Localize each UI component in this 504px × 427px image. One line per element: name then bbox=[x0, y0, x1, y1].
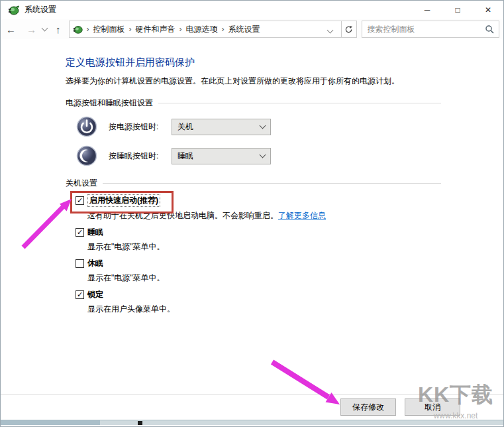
power-button-action-value: 关机 bbox=[177, 121, 193, 133]
sleep-button-action-value: 睡眠 bbox=[177, 151, 193, 162]
refresh-icon bbox=[344, 25, 353, 34]
combo-chevron-down-icon bbox=[260, 123, 266, 129]
breadcrumb-power-options[interactable]: 电源选项 bbox=[183, 21, 221, 38]
footer-divider bbox=[1, 394, 503, 395]
combo-chevron-down-icon bbox=[260, 152, 266, 158]
hibernate-option-description: 显示在"电源"菜单中。 bbox=[87, 273, 441, 284]
section-power-sleep-buttons: 电源按钮和睡眠按钮设置 bbox=[66, 97, 441, 109]
lock-option-label[interactable]: 锁定 bbox=[87, 289, 103, 300]
sleep-option-label[interactable]: 睡眠 bbox=[87, 227, 103, 238]
sleep-checkbox[interactable] bbox=[76, 228, 84, 237]
save-changes-button[interactable]: 保存修改 bbox=[340, 398, 396, 416]
fast-startup-description: 这有助于在关机之后更快地启动电脑。不会影响重启。了解更多信息 bbox=[87, 210, 441, 221]
breadcrumb-control-panel[interactable]: 控制面板 bbox=[91, 21, 128, 38]
power-options-app-icon bbox=[8, 4, 20, 16]
page-title: 定义电源按钮并启用密码保护 bbox=[66, 56, 441, 69]
fast-startup-checkbox[interactable] bbox=[76, 196, 84, 205]
maximize-button[interactable]: □ bbox=[442, 1, 473, 19]
forward-icon: → bbox=[21, 24, 42, 35]
breadcrumb-separator[interactable]: › bbox=[221, 25, 226, 34]
cancel-button[interactable]: 取消 bbox=[405, 398, 460, 416]
sleep-button-label: 按睡眠按钮时: bbox=[109, 151, 172, 162]
search-box bbox=[362, 21, 500, 38]
refresh-button[interactable] bbox=[342, 21, 357, 38]
annotation-arrow-fast-startup bbox=[23, 199, 72, 247]
hibernate-checkbox-row[interactable]: 休眠 bbox=[76, 258, 441, 269]
annotation-arrow-save-button bbox=[272, 362, 340, 404]
system-settings-window: 系统设置 ─ □ ✕ ← → ↑ › 控制面板 › 硬件和声音 › 电源选项 › bbox=[0, 0, 504, 427]
hibernate-checkbox[interactable] bbox=[76, 259, 84, 268]
close-button[interactable]: ✕ bbox=[473, 1, 503, 19]
scrollbar-tick bbox=[138, 421, 142, 425]
title-bar: 系统设置 ─ □ ✕ bbox=[1, 1, 503, 19]
hibernate-option-label[interactable]: 休眠 bbox=[87, 258, 103, 269]
lock-checkbox-row[interactable]: 锁定 bbox=[76, 289, 441, 300]
lock-checkbox[interactable] bbox=[76, 290, 84, 299]
breadcrumb-separator[interactable]: › bbox=[178, 25, 183, 34]
window-title: 系统设置 bbox=[25, 4, 56, 15]
up-icon[interactable]: ↑ bbox=[50, 24, 66, 35]
breadcrumb-separator: › bbox=[85, 25, 91, 34]
power-button-action-select[interactable]: 关机 bbox=[172, 119, 271, 135]
search-icon[interactable] bbox=[485, 25, 494, 34]
power-button-row: 按电源按钮时: 关机 bbox=[76, 115, 441, 138]
fast-startup-label[interactable]: 启用快速启动(推荐) bbox=[87, 194, 160, 207]
breadcrumb-separator[interactable]: › bbox=[128, 25, 133, 34]
section-divider bbox=[158, 103, 441, 103]
search-input[interactable] bbox=[362, 21, 499, 37]
hibernate-option-item: 休眠 显示在"电源"菜单中。 bbox=[76, 258, 441, 284]
history-chevron-down-icon[interactable] bbox=[42, 25, 48, 32]
fast-startup-item: 启用快速启动(推荐) 这有助于在关机之后更快地启动电脑。不会影响重启。了解更多信… bbox=[76, 194, 441, 221]
window-controls: ─ □ ✕ bbox=[412, 1, 503, 19]
horizontal-scrollbar[interactable] bbox=[1, 420, 503, 425]
lock-option-item: 锁定 显示在用户头像菜单中。 bbox=[76, 289, 441, 315]
section-divider bbox=[103, 183, 441, 184]
section-label: 关机设置 bbox=[66, 178, 97, 189]
navigation-bar: ← → ↑ › 控制面板 › 硬件和声音 › 电源选项 › 系统设置 bbox=[1, 19, 503, 39]
power-button-icon bbox=[76, 115, 98, 138]
section-label: 电源按钮和睡眠按钮设置 bbox=[66, 97, 153, 109]
section-shutdown-settings: 关机设置 bbox=[66, 178, 441, 189]
lock-option-description: 显示在用户头像菜单中。 bbox=[87, 304, 441, 315]
sleep-button-action-select[interactable]: 睡眠 bbox=[172, 148, 271, 164]
page-subtitle: 选择要为你的计算机设置的电源设置。在此页上对设置所做的更改将应用于你所有的电源计… bbox=[66, 76, 441, 87]
learn-more-link[interactable]: 了解更多信息 bbox=[278, 211, 326, 220]
sleep-option-item: 睡眠 显示在"电源"菜单中。 bbox=[76, 227, 441, 253]
scrollbar-thumb[interactable] bbox=[1, 420, 100, 425]
back-icon[interactable]: ← bbox=[1, 24, 21, 35]
sleep-button-icon bbox=[76, 145, 98, 167]
power-options-breadcrumb-icon bbox=[73, 24, 83, 34]
sleep-button-row: 按睡眠按钮时: 睡眠 bbox=[76, 145, 441, 167]
breadcrumb-hardware-sound[interactable]: 硬件和声音 bbox=[133, 21, 178, 38]
minimize-button[interactable]: ─ bbox=[412, 1, 442, 19]
main-content: 定义电源按钮并启用密码保护 选择要为你的计算机设置的电源设置。在此页上对设置所做… bbox=[66, 47, 441, 319]
address-bar[interactable]: › 控制面板 › 硬件和声音 › 电源选项 › 系统设置 bbox=[69, 21, 342, 38]
fast-startup-checkbox-row[interactable]: 启用快速启动(推荐) bbox=[76, 194, 441, 207]
sleep-option-description: 显示在"电源"菜单中。 bbox=[87, 241, 441, 253]
breadcrumb-system-settings[interactable]: 系统设置 bbox=[226, 21, 263, 38]
power-button-label: 按电源按钮时: bbox=[109, 121, 172, 133]
sleep-checkbox-row[interactable]: 睡眠 bbox=[76, 227, 441, 238]
address-chevron-down-icon[interactable] bbox=[327, 27, 333, 34]
